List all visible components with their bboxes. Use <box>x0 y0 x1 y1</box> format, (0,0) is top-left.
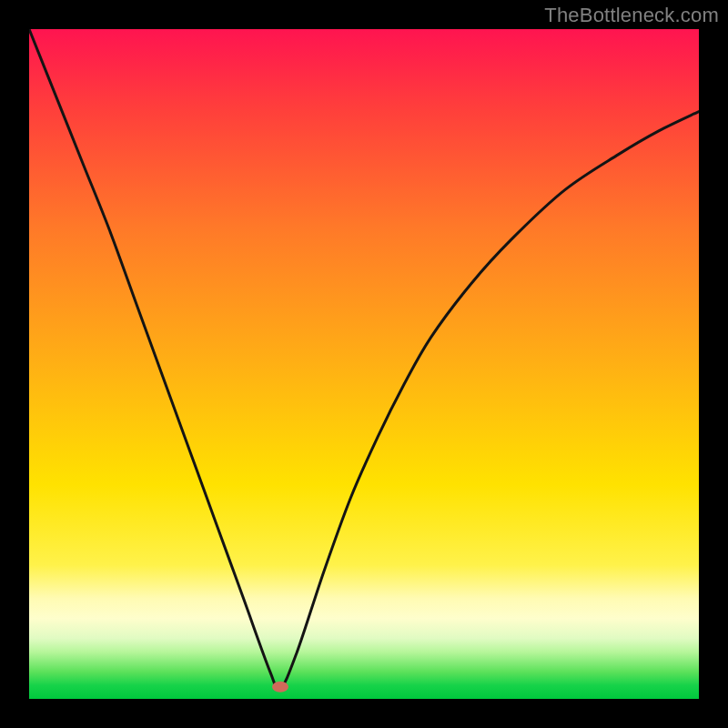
plot-area <box>29 29 699 699</box>
watermark-text: TheBottleneck.com <box>544 4 719 27</box>
minimum-marker <box>272 682 288 693</box>
chart-frame: TheBottleneck.com <box>0 0 728 728</box>
chart-svg <box>29 29 699 699</box>
bottleneck-curve <box>29 29 699 690</box>
